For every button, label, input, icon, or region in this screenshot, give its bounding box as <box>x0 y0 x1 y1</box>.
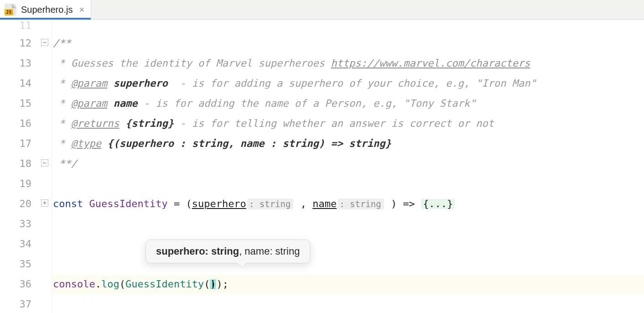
line-number: 34 <box>0 234 31 254</box>
code-line: * @returns {string} - is for telling whe… <box>53 114 644 134</box>
jsdoc-text: * <box>53 78 71 89</box>
jsdoc-tag: @returns <box>71 119 119 129</box>
code-line <box>53 214 644 234</box>
code-line: **/ <box>53 154 644 174</box>
jsdoc-text: - is for telling whether an answer is co… <box>174 119 494 129</box>
jsdoc-link[interactable]: https://www.marvel.com/characters <box>331 58 530 68</box>
code-line: /** <box>53 33 644 53</box>
code-line: const GuessIdentity = (superhero: string… <box>53 194 644 214</box>
line-number: 18 <box>0 154 31 174</box>
jsdoc-text: - is for adding the name of a Person, e.… <box>137 99 476 109</box>
code-line <box>53 234 644 254</box>
jsdoc-text: * <box>53 139 71 149</box>
line-number: 13 <box>0 53 31 73</box>
jsdoc-text: * <box>53 119 71 129</box>
line-number: 19 <box>0 174 31 194</box>
fold-end-icon[interactable] <box>41 159 48 167</box>
code-line: * @type {(superhero : string, name : str… <box>53 134 644 154</box>
line-number: 14 <box>0 73 31 94</box>
code-line <box>53 174 644 194</box>
jsdoc-type: {string} <box>119 119 174 129</box>
identifier: GuessIdentity <box>89 199 167 209</box>
jsdoc-tag: @type <box>71 139 101 149</box>
jsdoc-tag: @param <box>71 78 107 89</box>
call: GuessIdentity <box>125 279 204 289</box>
js-badge: JS <box>5 9 13 16</box>
code-line <box>53 294 644 313</box>
fold-expand-icon[interactable] <box>41 199 48 207</box>
fold-toggle-icon[interactable] <box>41 39 48 46</box>
line-number: 35 <box>0 254 31 274</box>
line-number: 11 <box>0 20 31 33</box>
jsdoc-tag: @param <box>71 99 107 109</box>
line-number-gutter: 11 12 13 14 15 16 17 18 19 20 33 34 35 3… <box>0 20 39 313</box>
line-number: 20 <box>0 194 31 214</box>
code-line-active: console.log(GuessIdentity()); <box>53 274 644 294</box>
jsdoc-param-name: name <box>107 99 137 109</box>
line-number: 15 <box>0 94 31 114</box>
jsdoc-param-name: superhero <box>107 78 167 89</box>
code-line: * @param superhero - is for adding a sup… <box>53 73 644 94</box>
tab-filename: Superhero.js <box>21 5 73 14</box>
parameter-hint-tooltip: superhero: string, name: string <box>145 240 310 263</box>
type-hint: : string <box>338 198 384 209</box>
code-editor[interactable]: 11 12 13 14 15 16 17 18 19 20 33 34 35 3… <box>0 20 644 313</box>
line-number: 36 <box>0 274 31 294</box>
folded-body[interactable]: {...} <box>421 199 455 209</box>
close-icon[interactable]: × <box>79 5 84 14</box>
line-number: 12 <box>0 33 31 53</box>
text-caret[interactable]: ) <box>210 279 216 289</box>
js-file-icon: JS <box>5 4 16 16</box>
code-line <box>53 254 644 274</box>
code-area[interactable]: /** * Guesses the identity of Marvel sup… <box>52 20 644 313</box>
line-number: 33 <box>0 214 31 234</box>
parameter-hint-current: superhero: string <box>156 245 239 257</box>
type-hint: : string <box>247 198 294 209</box>
tab-bar: JS Superhero.js × <box>0 0 644 20</box>
fold-column <box>39 20 52 313</box>
parameter-hint-rest: , name: string <box>239 245 300 257</box>
line-number: 17 <box>0 134 31 154</box>
code-line <box>53 20 644 33</box>
line-number: 16 <box>0 114 31 134</box>
line-number: 37 <box>0 294 31 313</box>
code-line: * @param name - is for adding the name o… <box>53 94 644 114</box>
code-line: * Guesses the identity of Marvel superhe… <box>53 53 644 73</box>
jsdoc-text: * <box>53 99 71 109</box>
method: log <box>101 279 119 289</box>
param: name <box>312 199 337 209</box>
tab-active[interactable]: JS Superhero.js × <box>0 0 91 19</box>
jsdoc-open: /** <box>53 38 71 48</box>
keyword-const: const <box>53 199 83 209</box>
param: superhero <box>192 199 246 209</box>
jsdoc-type: {(superhero : string, name : string) => … <box>101 139 391 149</box>
jsdoc-text: - is for adding a superhero of your choi… <box>168 78 536 89</box>
jsdoc-close: **/ <box>53 159 77 169</box>
jsdoc-text: * Guesses the identity of Marvel superhe… <box>53 58 331 68</box>
identifier: console <box>53 279 95 289</box>
tooltip-arrow-icon <box>237 263 246 267</box>
